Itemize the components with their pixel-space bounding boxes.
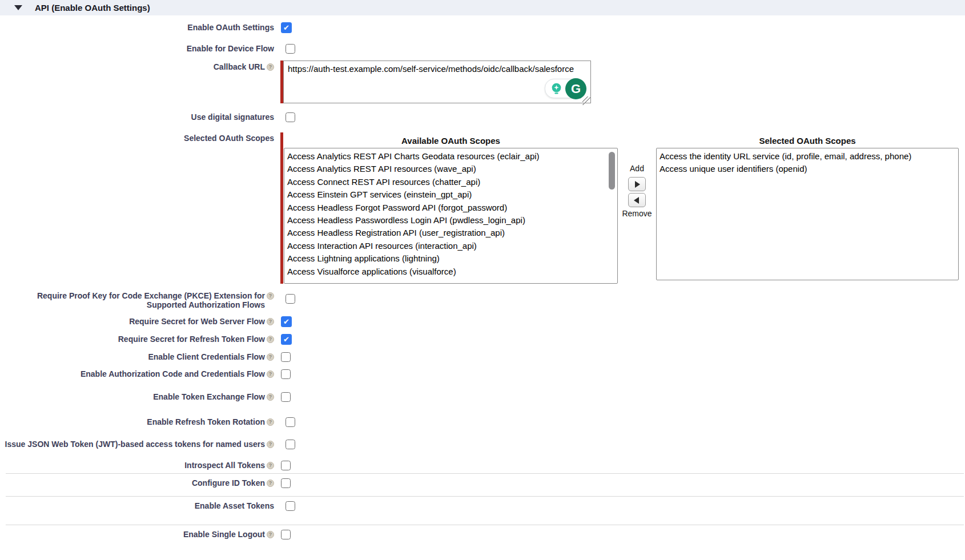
enable-asset-tokens-checkbox[interactable] xyxy=(286,501,295,511)
enable-token-exchange-row: Enable Token Exchange Flow xyxy=(0,390,965,403)
scope-option[interactable]: Access Einstein GPT services (einstein_g… xyxy=(287,188,617,201)
enable-auth-code-credentials-label: Enable Authorization Code and Credential… xyxy=(81,369,265,378)
require-secret-web-server-label: Require Secret for Web Server Flow xyxy=(129,317,265,326)
use-digital-signatures-row: Use digital signatures xyxy=(0,111,965,123)
callback-url-value: https://auth-test.example.com/self-servi… xyxy=(284,61,590,76)
section-divider xyxy=(6,496,964,497)
scopes-move-controls: Add Remove xyxy=(618,132,656,218)
require-secret-refresh-token-label: Require Secret for Refresh Token Flow xyxy=(118,335,265,344)
use-digital-signatures-label: Use digital signatures xyxy=(191,112,274,122)
pkce-checkbox[interactable] xyxy=(286,294,295,304)
enable-refresh-token-rotation-row: Enable Refresh Token Rotation xyxy=(0,416,965,428)
help-icon[interactable] xyxy=(267,462,274,469)
scope-option[interactable]: Access unique user identifiers (openid) xyxy=(660,163,958,175)
enable-client-credentials-checkbox[interactable] xyxy=(281,352,291,362)
use-digital-signatures-checkbox[interactable] xyxy=(286,112,295,122)
help-icon[interactable] xyxy=(267,336,274,343)
scope-option[interactable]: Access Headless Registration API (user_r… xyxy=(287,227,617,239)
configure-id-token-label: Configure ID Token xyxy=(192,478,265,488)
grammarly-widget[interactable]: G xyxy=(545,79,586,98)
issue-jwt-named-users-label: Issue JSON Web Token (JWT)-based access … xyxy=(5,440,265,449)
resize-grip[interactable] xyxy=(582,96,591,105)
require-secret-web-server-row: Require Secret for Web Server Flow xyxy=(0,315,965,328)
enable-device-flow-row: Enable for Device Flow xyxy=(0,42,965,55)
scope-option[interactable]: Access Lightning applications (lightning… xyxy=(287,252,617,265)
arrow-left-icon xyxy=(634,197,639,204)
remove-label: Remove xyxy=(622,209,652,218)
enable-single-logout-row: Enable Single Logout xyxy=(0,528,965,541)
help-icon[interactable] xyxy=(267,441,274,448)
callback-url-row: Callback URL https://auth-test.example.c… xyxy=(0,61,965,103)
enable-single-logout-checkbox[interactable] xyxy=(281,530,291,539)
scrollbar-thumb[interactable] xyxy=(609,152,615,190)
scope-option[interactable]: Access Analytics REST API Charts Geodata… xyxy=(287,150,617,163)
require-secret-web-server-checkbox[interactable] xyxy=(281,316,292,327)
help-icon[interactable] xyxy=(267,353,274,361)
issue-jwt-named-users-row: Issue JSON Web Token (JWT)-based access … xyxy=(0,438,965,450)
callback-url-textarea[interactable]: https://auth-test.example.com/self-servi… xyxy=(283,61,591,103)
remove-button[interactable] xyxy=(628,193,646,207)
add-button[interactable] xyxy=(628,177,646,191)
issue-jwt-named-users-checkbox[interactable] xyxy=(286,440,295,449)
introspect-all-tokens-row: Introspect All Tokens xyxy=(0,459,965,472)
selected-scopes-listbox[interactable]: Access the identity URL service (id, pro… xyxy=(656,148,959,280)
help-icon[interactable] xyxy=(267,393,274,401)
enable-oauth-settings-checkbox[interactable] xyxy=(281,22,292,33)
enable-auth-code-credentials-row: Enable Authorization Code and Credential… xyxy=(0,368,965,380)
configure-id-token-checkbox[interactable] xyxy=(281,478,291,488)
help-icon[interactable] xyxy=(267,480,274,487)
scope-option[interactable]: Access Analytics REST API resources (wav… xyxy=(287,163,617,175)
scope-option[interactable]: Access Interaction API resources (intera… xyxy=(287,240,617,252)
enable-oauth-settings-label: Enable OAuth Settings xyxy=(187,23,274,32)
scope-option[interactable]: Access Visualforce applications (visualf… xyxy=(287,265,617,278)
enable-token-exchange-checkbox[interactable] xyxy=(281,392,291,402)
scope-option[interactable]: Access the identity URL service (id, pro… xyxy=(660,150,958,163)
required-indicator xyxy=(280,132,283,284)
pkce-row: Require Proof Key for Code Exchange (PKC… xyxy=(0,291,965,312)
help-icon[interactable] xyxy=(267,370,274,378)
pkce-label: Require Proof Key for Code Exchange (PKC… xyxy=(37,291,265,300)
callback-url-label: Callback URL xyxy=(214,62,265,71)
oauth-scopes-field: Selected OAuth Scopes Available OAuth Sc… xyxy=(0,132,965,284)
help-icon[interactable] xyxy=(267,63,274,71)
enable-refresh-token-rotation-checkbox[interactable] xyxy=(286,417,295,427)
configure-id-token-row: Configure ID Token xyxy=(0,477,965,489)
section-title: API (Enable OAuth Settings) xyxy=(35,3,150,13)
available-scopes-listbox[interactable]: Access Analytics REST API Charts Geodata… xyxy=(284,148,618,284)
scope-option[interactable]: Access Headless Passwordless Login API (… xyxy=(287,214,617,227)
add-label: Add xyxy=(630,164,644,173)
scope-option[interactable]: Access Connect REST API resources (chatt… xyxy=(287,176,617,188)
enable-oauth-settings-row: Enable OAuth Settings xyxy=(0,21,965,34)
enable-client-credentials-label: Enable Client Credentials Flow xyxy=(148,352,265,361)
arrow-right-icon xyxy=(635,181,640,188)
enable-client-credentials-row: Enable Client Credentials Flow xyxy=(0,350,965,363)
section-header: API (Enable OAuth Settings) xyxy=(0,0,965,15)
help-icon[interactable] xyxy=(267,531,274,538)
introspect-all-tokens-label: Introspect All Tokens xyxy=(184,461,265,470)
suggestion-bulb-icon xyxy=(550,82,563,95)
collapse-triangle-icon[interactable] xyxy=(14,5,22,10)
enable-token-exchange-label: Enable Token Exchange Flow xyxy=(153,392,265,401)
section-divider xyxy=(6,473,964,474)
introspect-all-tokens-checkbox[interactable] xyxy=(281,461,291,470)
enable-device-flow-checkbox[interactable] xyxy=(286,44,295,54)
scope-option[interactable]: Access Headless Forgot Password API (for… xyxy=(287,202,617,214)
enable-asset-tokens-row: Enable Asset Tokens xyxy=(0,499,965,512)
selected-scopes-title: Selected OAuth Scopes xyxy=(656,132,959,148)
enable-auth-code-credentials-checkbox[interactable] xyxy=(281,369,291,379)
enable-device-flow-label: Enable for Device Flow xyxy=(187,44,274,53)
help-icon[interactable] xyxy=(267,292,274,300)
require-secret-refresh-token-row: Require Secret for Refresh Token Flow xyxy=(0,333,965,345)
available-scopes-title: Available OAuth Scopes xyxy=(284,132,618,148)
enable-single-logout-label: Enable Single Logout xyxy=(183,530,265,539)
help-icon[interactable] xyxy=(267,318,274,325)
require-secret-refresh-token-checkbox[interactable] xyxy=(281,334,292,345)
selected-oauth-scopes-label: Selected OAuth Scopes xyxy=(184,134,274,143)
enable-refresh-token-rotation-label: Enable Refresh Token Rotation xyxy=(147,417,265,426)
help-icon[interactable] xyxy=(267,418,274,426)
enable-asset-tokens-label: Enable Asset Tokens xyxy=(195,501,274,510)
section-divider xyxy=(6,525,964,525)
pkce-label-line2: Supported Authorization Flows xyxy=(147,300,265,309)
